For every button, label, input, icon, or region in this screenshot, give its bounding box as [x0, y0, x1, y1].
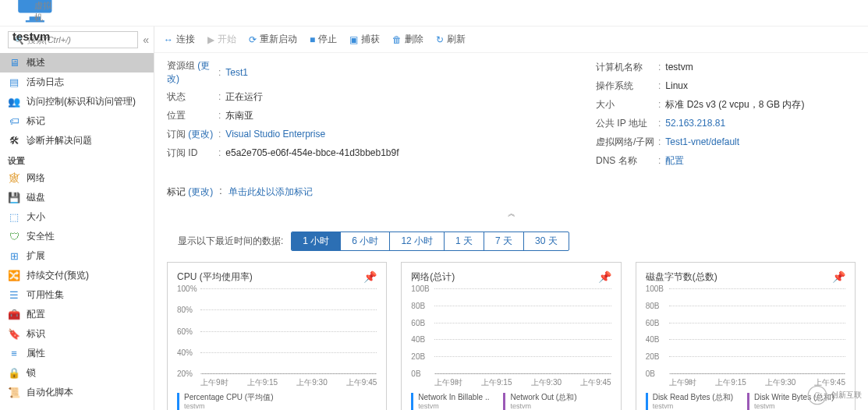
- legend-sub: testvm: [510, 402, 576, 410]
- change-tags-link[interactable]: (更改): [188, 186, 213, 197]
- subscription-link[interactable]: Visual Studio Enterprise: [225, 129, 325, 140]
- x-tick: 上午9:30: [531, 377, 562, 388]
- people-icon: 👥: [8, 96, 20, 108]
- toolbar: ↔连接 ▶开始 ⟳重新启动 ■停止 ▣捕获 🗑删除 ↻刷新: [154, 27, 868, 53]
- y-tick: 40B: [411, 335, 425, 344]
- y-tick: 60%: [177, 327, 193, 335]
- computer-name-label: 计算机名称: [596, 61, 658, 74]
- log-icon: ▤: [8, 76, 20, 89]
- sidebar-item-tag[interactable]: 🏷标记: [0, 111, 154, 131]
- sidebar-item-monitor[interactable]: 🖥概述: [0, 53, 154, 72]
- x-tick: 上午9:30: [765, 377, 795, 388]
- time-tab-3[interactable]: 1 天: [445, 232, 484, 250]
- time-tab-0[interactable]: 1 小时: [292, 232, 341, 250]
- sidebar-item-wrench[interactable]: 🛠诊断并解决问题: [0, 131, 154, 150]
- change-sub-link[interactable]: (更改): [188, 129, 213, 140]
- y-tick: 100B: [411, 285, 429, 293]
- chart-area: 100B80B60B40B20B0B: [669, 288, 845, 374]
- resource-group-link[interactable]: Test1: [225, 67, 248, 78]
- ident-icon: 🔖: [8, 328, 20, 341]
- ip-link[interactable]: 52.163.218.81: [665, 118, 725, 129]
- time-tab-4[interactable]: 7 天: [484, 232, 524, 250]
- restart-label: 重新启动: [260, 33, 297, 46]
- pin-icon[interactable]: 📌: [363, 270, 377, 283]
- sidebar-item-label: 诊断并解决问题: [27, 134, 92, 147]
- sidebar-item-size[interactable]: ⬚大小: [0, 207, 154, 227]
- y-tick: 40%: [177, 348, 193, 356]
- sidebar-item-label: 锁: [27, 366, 36, 380]
- sidebar-item-config[interactable]: 🧰配置: [0, 305, 154, 324]
- y-tick: 80B: [411, 301, 425, 309]
- restart-icon: ⟳: [249, 34, 257, 45]
- sidebar-item-avail[interactable]: ☰可用性集: [0, 285, 154, 305]
- sidebar-item-label: 扩展: [27, 249, 45, 263]
- dns-label: DNS 名称: [596, 154, 658, 168]
- add-tags-link[interactable]: 单击此处以添加标记: [229, 186, 313, 199]
- sidebar-item-label: 大小: [27, 210, 45, 224]
- sidebar-item-ext[interactable]: ⊞扩展: [0, 246, 154, 266]
- ext-icon: ⊞: [8, 250, 20, 263]
- sidebar-item-people[interactable]: 👥访问控制(标识和访问管理): [0, 92, 154, 111]
- y-tick: 0B: [646, 369, 655, 378]
- legend-item: Network Out (总和)testvm0B: [503, 393, 576, 410]
- sidebar-item-network[interactable]: 🕸网络: [0, 168, 154, 188]
- stop-icon: ■: [310, 34, 315, 45]
- x-tick: 上午9时: [434, 377, 462, 388]
- tag-icon: 🏷: [8, 115, 20, 128]
- chart-title: 网络(总计): [411, 270, 611, 284]
- sidebar-item-cd[interactable]: 🔀持续交付(预览): [0, 266, 154, 285]
- subscription-id-value: e5a2e705-e06f-454e-bbce-41d3bbeb1b9f: [225, 147, 399, 158]
- sidebar-item-disks[interactable]: 💾磁盘: [0, 188, 154, 207]
- restart-button[interactable]: ⟳重新启动: [249, 33, 297, 46]
- disks-icon: 💾: [8, 192, 20, 204]
- sidebar-item-props[interactable]: ≡属性: [0, 344, 154, 363]
- start-button[interactable]: ▶开始: [207, 33, 236, 46]
- collapse-essentials-icon[interactable]: ︽: [154, 203, 868, 219]
- legend-sub: testvm: [653, 402, 733, 410]
- connect-icon: ↔: [164, 34, 173, 45]
- capture-button[interactable]: ▣捕获: [349, 33, 380, 46]
- connect-button[interactable]: ↔连接: [164, 33, 195, 46]
- x-tick: 上午9:15: [247, 377, 278, 388]
- chart-area: 100%80%60%40%20%: [200, 288, 377, 374]
- status-value: 正在运行: [225, 90, 263, 104]
- subscription-id-label: 订阅 ID: [167, 147, 218, 160]
- refresh-button[interactable]: ↻刷新: [436, 33, 466, 46]
- time-tab-1[interactable]: 6 小时: [341, 232, 390, 250]
- sidebar-item-lock[interactable]: 🔒锁: [0, 363, 154, 383]
- delete-label: 删除: [405, 33, 423, 46]
- size-icon: ⬚: [8, 211, 20, 224]
- sidebar-item-ident[interactable]: 🔖标识: [0, 324, 154, 344]
- sidebar-section-settings: 设置: [0, 150, 154, 168]
- start-label: 开始: [218, 33, 236, 46]
- collapse-icon[interactable]: «: [143, 34, 149, 46]
- connect-label: 连接: [176, 33, 195, 46]
- vnet-link[interactable]: Test1-vnet/default: [665, 136, 739, 147]
- y-tick: 100B: [646, 285, 664, 293]
- page-subtitle: 虚拟机: [34, 0, 58, 23]
- sidebar-item-label: 自动化脚本: [27, 386, 73, 399]
- legend-name: Percentage CPU (平均值): [184, 393, 273, 402]
- os-label: 操作系统: [596, 80, 658, 93]
- sidebar: 🔍 搜索(Ctrl+/) « 🖥概述▤活动日志👥访问控制(标识和访问管理)🏷标记…: [0, 27, 154, 410]
- sidebar-item-label: 安全性: [27, 230, 55, 243]
- refresh-icon: ↻: [436, 34, 444, 45]
- y-tick: 0B: [411, 369, 420, 378]
- pin-icon[interactable]: 📌: [598, 270, 611, 283]
- sidebar-item-label: 访问控制(标识和访问管理): [27, 95, 136, 108]
- size-label: 大小: [596, 98, 658, 111]
- sidebar-item-script[interactable]: 📜自动化脚本: [0, 383, 154, 402]
- y-tick: 60B: [646, 318, 660, 327]
- play-icon: ▶: [207, 34, 214, 45]
- time-range-label: 显示以下最近时间的数据:: [178, 235, 283, 248]
- stop-button[interactable]: ■停止: [310, 33, 337, 46]
- dns-link[interactable]: 配置: [665, 154, 684, 168]
- sidebar-item-label: 持续交付(预览): [27, 269, 89, 282]
- time-tab-2[interactable]: 12 小时: [390, 232, 445, 250]
- pin-icon[interactable]: 📌: [832, 270, 845, 283]
- time-tab-5[interactable]: 30 天: [524, 232, 569, 250]
- sidebar-item-shield[interactable]: 🛡安全性: [0, 227, 154, 246]
- sidebar-item-log[interactable]: ▤活动日志: [0, 72, 154, 92]
- legend-item: Disk Read Bytes (总和)testvm0B: [646, 393, 733, 410]
- delete-button[interactable]: 🗑删除: [392, 33, 423, 46]
